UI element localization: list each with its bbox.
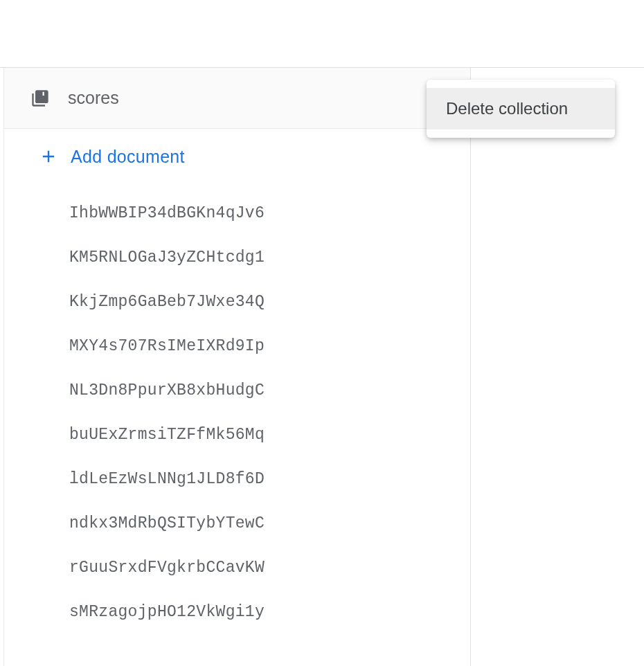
document-item[interactable]: ndkx3MdRbQSITybYTewC xyxy=(4,501,470,546)
document-id: ldLeEzWsLNNg1JLD8f6D xyxy=(69,470,265,488)
document-list: IhbWWBIP34dBGKn4qJv6KM5RNLOGaJ3yZCHtcdg1… xyxy=(4,184,470,634)
document-id: ndkx3MdRbQSITybYTewC xyxy=(69,514,265,532)
document-id: MXY4s707RsIMeIXRd9Ip xyxy=(69,337,265,355)
top-bar xyxy=(0,0,644,68)
document-item[interactable]: NL3Dn8PpurXB8xbHudgC xyxy=(4,368,470,413)
document-item[interactable]: KkjZmp6GaBeb7JWxe34Q xyxy=(4,280,470,324)
document-id: NL3Dn8PpurXB8xbHudgC xyxy=(69,381,265,399)
document-id: KM5RNLOGaJ3yZCHtcdg1 xyxy=(69,249,265,267)
document-id: sMRzagojpHO12VkWgi1y xyxy=(69,603,265,621)
add-document-button[interactable]: Add document xyxy=(4,129,470,184)
right-panel xyxy=(471,68,644,666)
document-item[interactable]: buUExZrmsiTZFfMk56Mq xyxy=(4,413,470,457)
main-container: scores Add document IhbWWBIP34dBGKn4qJv6… xyxy=(0,68,644,666)
add-document-label: Add document xyxy=(71,147,185,167)
delete-collection-label: Delete collection xyxy=(446,99,568,118)
document-item[interactable]: IhbWWBIP34dBGKn4qJv6 xyxy=(4,191,470,235)
document-item[interactable]: MXY4s707RsIMeIXRd9Ip xyxy=(4,324,470,368)
collection-header: scores xyxy=(4,68,470,129)
plus-icon xyxy=(37,145,60,168)
document-id: buUExZrmsiTZFfMk56Mq xyxy=(69,426,265,444)
collection-panel: scores Add document IhbWWBIP34dBGKn4qJv6… xyxy=(4,68,471,666)
document-item[interactable]: rGuuSrxdFVgkrbCCavKW xyxy=(4,546,470,590)
collection-icon xyxy=(29,87,51,109)
collection-name: scores xyxy=(68,88,426,108)
document-item[interactable]: ldLeEzWsLNNg1JLD8f6D xyxy=(4,457,470,501)
document-id: IhbWWBIP34dBGKn4qJv6 xyxy=(69,204,265,222)
document-item[interactable]: KM5RNLOGaJ3yZCHtcdg1 xyxy=(4,235,470,280)
delete-collection-menu-item[interactable]: Delete collection xyxy=(427,88,615,129)
context-menu: Delete collection xyxy=(427,80,615,138)
document-id: rGuuSrxdFVgkrbCCavKW xyxy=(69,559,265,577)
document-id: KkjZmp6GaBeb7JWxe34Q xyxy=(69,293,265,311)
document-item[interactable]: sMRzagojpHO12VkWgi1y xyxy=(4,590,470,634)
